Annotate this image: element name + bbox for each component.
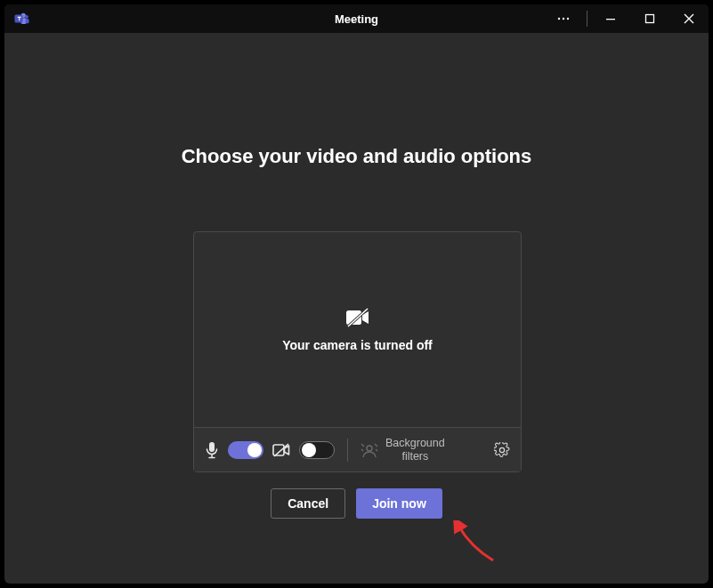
svg-rect-13 <box>209 442 215 452</box>
more-options-button[interactable] <box>544 4 583 33</box>
svg-rect-4 <box>15 15 23 23</box>
svg-rect-9 <box>646 15 654 23</box>
svg-line-21 <box>361 449 363 451</box>
annotation-arrow-icon <box>453 520 498 565</box>
close-button[interactable] <box>669 4 709 33</box>
svg-point-7 <box>567 18 569 20</box>
video-preview: Your camera is turned off <box>194 232 521 427</box>
svg-rect-8 <box>606 19 615 20</box>
microphone-icon <box>205 441 219 459</box>
toolbar-separator <box>347 439 348 462</box>
window-controls <box>544 4 709 33</box>
camera-off-message: Your camera is turned off <box>282 338 433 352</box>
maximize-button[interactable] <box>630 4 669 33</box>
camera-off-icon <box>345 308 370 327</box>
teams-app-icon <box>13 11 29 27</box>
svg-point-6 <box>563 18 564 20</box>
app-window: Meeting Choose your video and audio opti… <box>4 4 709 584</box>
prejoin-card: Your camera is turned off <box>193 231 522 472</box>
svg-point-18 <box>367 446 372 451</box>
page-heading: Choose your video and audio options <box>4 145 709 168</box>
window-body: Choose your video and audio options Your… <box>4 33 709 584</box>
svg-line-20 <box>375 444 377 447</box>
title-bar: Meeting <box>4 4 709 33</box>
svg-line-17 <box>274 444 288 456</box>
svg-line-19 <box>361 444 364 447</box>
minimize-button[interactable] <box>591 4 630 33</box>
svg-line-22 <box>376 449 377 451</box>
prejoin-toolbar: Background filters <box>194 427 521 471</box>
microphone-toggle[interactable] <box>228 441 263 459</box>
action-buttons: Cancel Join now <box>4 488 709 519</box>
svg-point-1 <box>25 15 28 19</box>
titlebar-separator <box>587 11 587 27</box>
camera-icon <box>272 443 290 457</box>
background-filters-label: Background filters <box>385 437 445 463</box>
join-now-button[interactable]: Join now <box>356 488 442 519</box>
svg-rect-3 <box>26 19 29 23</box>
svg-point-5 <box>558 18 560 20</box>
background-filters-icon <box>361 442 378 458</box>
camera-toggle[interactable] <box>299 441 335 459</box>
cancel-button[interactable]: Cancel <box>271 488 345 519</box>
settings-button[interactable] <box>494 442 510 458</box>
background-filters-button[interactable]: Background filters <box>361 437 445 463</box>
